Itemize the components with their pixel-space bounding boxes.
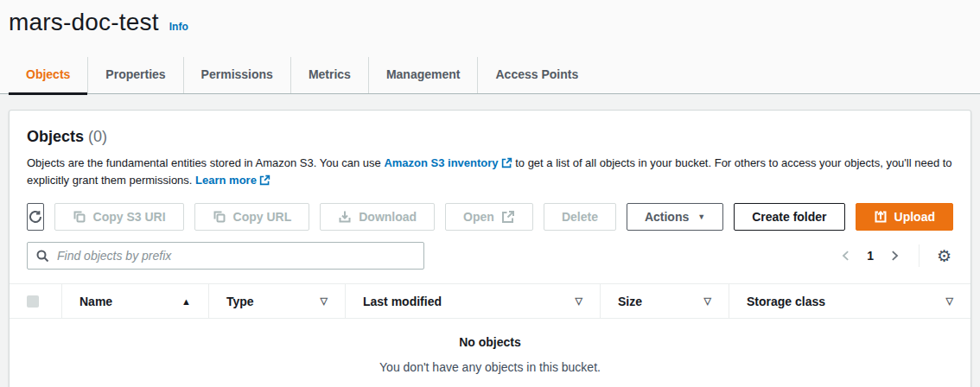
table-header-row: Name ▲ Type ▽ Last modified ▽ Size ▽ Sto… — [10, 283, 970, 319]
column-header-type[interactable]: Type ▽ — [208, 284, 345, 318]
upload-icon — [874, 210, 888, 224]
sortable-icon: ▽ — [576, 295, 582, 307]
column-header-name[interactable]: Name ▲ — [61, 284, 208, 318]
objects-toolbar: Copy S3 URI Copy URL Download Open Delet… — [27, 203, 953, 231]
external-link-icon — [259, 174, 270, 186]
external-link-icon — [501, 157, 512, 168]
tab-access-points[interactable]: Access Points — [477, 57, 595, 93]
tab-objects-label: Objects — [26, 67, 70, 81]
copy-s3-uri-button[interactable]: Copy S3 URI — [54, 203, 184, 231]
tab-objects[interactable]: Objects — [9, 57, 87, 93]
page-header: mars-doc-test Info Objects Properties Pe… — [0, 0, 980, 94]
column-label: Storage class — [747, 295, 825, 308]
s3-inventory-link-label: Amazon S3 inventory — [384, 156, 498, 169]
pagination-divider — [919, 244, 920, 267]
current-page[interactable]: 1 — [867, 249, 874, 263]
tab-permissions[interactable]: Permissions — [183, 57, 290, 93]
open-label: Open — [463, 210, 494, 224]
delete-button[interactable]: Delete — [544, 203, 616, 231]
learn-more-link[interactable]: Learn more — [195, 174, 270, 187]
external-link-icon — [501, 210, 515, 224]
download-icon — [338, 210, 352, 224]
sortable-icon: ▽ — [946, 295, 953, 307]
tab-metrics-label: Metrics — [309, 67, 351, 81]
column-header-size[interactable]: Size ▽ — [600, 284, 729, 318]
chevron-left-icon — [840, 250, 852, 262]
info-link[interactable]: Info — [169, 21, 188, 33]
search-input[interactable] — [27, 242, 424, 270]
panel-heading-text: Objects — [27, 128, 84, 145]
column-label: Name — [80, 295, 112, 308]
copy-url-label: Copy URL — [233, 210, 292, 224]
search-icon — [35, 249, 49, 263]
select-all-checkbox[interactable] — [27, 295, 39, 308]
download-button[interactable]: Download — [320, 203, 435, 231]
actions-label: Actions — [645, 210, 689, 224]
copy-s3-uri-label: Copy S3 URI — [93, 210, 166, 224]
column-label: Size — [618, 295, 642, 308]
create-folder-label: Create folder — [752, 210, 826, 224]
object-count: (0) — [88, 128, 107, 145]
objects-table: Name ▲ Type ▽ Last modified ▽ Size ▽ Sto… — [10, 283, 970, 374]
tab-access-points-label: Access Points — [495, 67, 578, 81]
title-row: mars-doc-test Info — [0, 9, 980, 36]
copy-url-button[interactable]: Copy URL — [194, 203, 310, 231]
previous-page-button[interactable] — [837, 247, 855, 264]
empty-state-title: No objects — [10, 335, 970, 349]
sort-ascending-icon: ▲ — [181, 296, 191, 307]
objects-panel: Objects (0) Objects are the fundamental … — [9, 110, 971, 387]
tab-management-label: Management — [386, 67, 461, 81]
learn-more-link-label: Learn more — [195, 174, 257, 187]
upload-label: Upload — [894, 210, 935, 224]
download-label: Download — [359, 210, 417, 224]
next-page-button[interactable] — [886, 247, 903, 264]
refresh-button[interactable] — [27, 203, 44, 231]
search-box — [27, 242, 424, 270]
column-header-last-modified[interactable]: Last modified ▽ — [345, 284, 600, 318]
chevron-right-icon — [888, 250, 900, 262]
actions-dropdown-button[interactable]: Actions ▼ — [627, 203, 723, 231]
bucket-title: mars-doc-test — [9, 9, 159, 36]
sortable-icon: ▽ — [321, 295, 328, 307]
column-label: Last modified — [363, 295, 442, 308]
copy-icon — [73, 210, 86, 224]
pagination: 1 ⚙ — [837, 244, 953, 267]
filter-row: 1 ⚙ — [27, 242, 953, 270]
panel-heading: Objects (0) — [27, 128, 953, 146]
caret-down-icon: ▼ — [697, 213, 705, 221]
column-label: Type — [226, 295, 254, 308]
copy-icon — [213, 210, 226, 224]
s3-inventory-link[interactable]: Amazon S3 inventory — [384, 156, 512, 169]
delete-label: Delete — [562, 210, 598, 224]
panel-description: Objects are the fundamental entities sto… — [27, 155, 953, 189]
tab-properties[interactable]: Properties — [87, 57, 182, 93]
tab-bar: Objects Properties Permissions Metrics M… — [0, 57, 980, 94]
column-header-storage-class[interactable]: Storage class ▽ — [729, 284, 970, 318]
preferences-button[interactable]: ⚙ — [935, 248, 953, 264]
tab-permissions-label: Permissions — [201, 67, 273, 81]
tab-management[interactable]: Management — [368, 57, 478, 93]
gear-icon: ⚙ — [937, 247, 951, 265]
create-folder-button[interactable]: Create folder — [734, 203, 844, 231]
upload-button[interactable]: Upload — [856, 203, 953, 231]
sortable-icon: ▽ — [704, 295, 711, 307]
empty-state-message: You don't have any objects in this bucke… — [10, 360, 970, 374]
tab-metrics[interactable]: Metrics — [290, 57, 368, 93]
select-all-cell — [10, 284, 61, 318]
tab-properties-label: Properties — [105, 67, 165, 81]
refresh-icon — [29, 210, 42, 224]
empty-state: No objects You don't have any objects in… — [10, 319, 970, 374]
open-button[interactable]: Open — [445, 203, 533, 231]
description-text-1: Objects are the fundamental entities sto… — [27, 156, 384, 169]
